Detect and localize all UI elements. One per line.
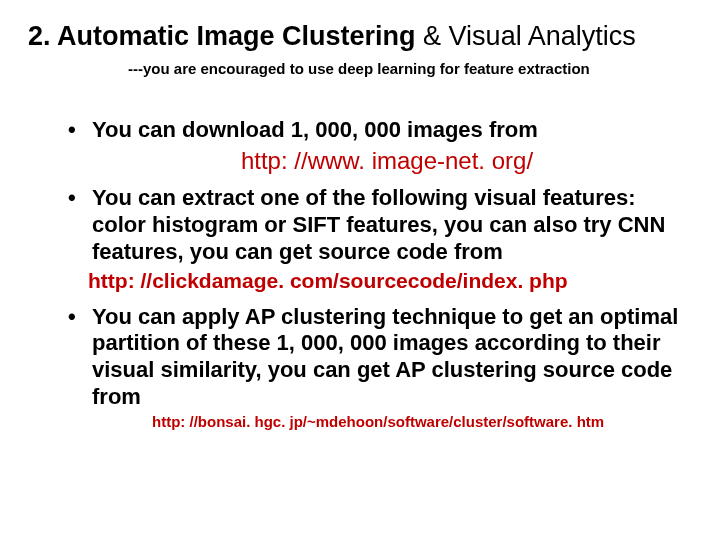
list-item: You can download 1, 000, 000 images from… <box>68 117 682 175</box>
link-clickdamage: http: //clickdamage. com/sourcecode/inde… <box>88 268 682 294</box>
title-normal: & Visual Analytics <box>416 21 636 51</box>
list-item: You can apply AP clustering technique to… <box>68 304 682 432</box>
slide: 2. Automatic Image Clustering & Visual A… <box>0 0 720 451</box>
slide-title: 2. Automatic Image Clustering & Visual A… <box>28 20 692 52</box>
title-bold: 2. Automatic Image Clustering <box>28 21 416 51</box>
link-bonsai: http: //bonsai. hgc. jp/~mdehoon/softwar… <box>152 413 682 431</box>
bullet-list: You can download 1, 000, 000 images from… <box>28 117 692 431</box>
bullet-text: You can extract one of the following vis… <box>92 185 665 264</box>
link-imagenet: http: //www. image-net. org/ <box>92 146 682 175</box>
bullet-text: You can download 1, 000, 000 images from <box>92 117 538 142</box>
subtitle: ---you are encouraged to use deep learni… <box>128 60 692 77</box>
list-item: You can extract one of the following vis… <box>68 185 682 293</box>
bullet-text: You can apply AP clustering technique to… <box>92 304 678 409</box>
